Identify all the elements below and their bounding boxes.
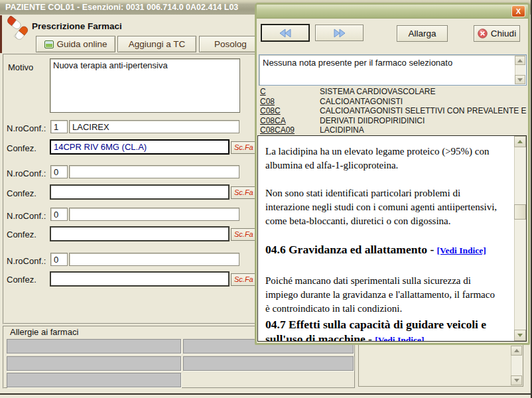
posologia-label: Posolog [214, 39, 247, 49]
confez-input-4[interactable] [50, 271, 230, 287]
atc-code-link[interactable]: C08CA [260, 116, 320, 126]
atc-desc: CALCIOANTAGONISTI SELETTIVI CON PREVALEN… [320, 106, 527, 115]
drug-info-dialog: X Allarga Chiudi Nessuna nota presente p… [255, 3, 530, 345]
content-scrollbar-track[interactable] [514, 136, 526, 341]
atc-code-link[interactable]: C08CA09 [260, 125, 320, 135]
confez-label-3: Confez. [7, 230, 36, 239]
nroconf-label-4: N.roConf.: [7, 256, 46, 266]
dialog-titlebar[interactable]: X [257, 5, 528, 19]
sc-farm-button-2[interactable]: Sc.Fa [231, 186, 256, 199]
drug-name-input-2[interactable] [69, 165, 239, 178]
nroconf-input-4[interactable] [50, 253, 68, 266]
chevron-up-icon [517, 140, 523, 143]
confez-label-1: Confez. [7, 143, 36, 153]
notes-panel [358, 344, 523, 387]
allarga-label: Allarga [408, 29, 436, 38]
chiudi-label: Chiudi [491, 29, 516, 38]
nroconf-label-1: N.roConf.: [7, 123, 46, 133]
dialog-close-x-button[interactable]: X [511, 5, 525, 17]
posologia-button[interactable]: Posolog [199, 36, 263, 52]
page-title: Prescrizione Farmaci [32, 21, 122, 31]
allergy-row[interactable] [7, 356, 181, 371]
scroll-down-button[interactable] [511, 375, 522, 385]
nav-forward-button[interactable] [315, 25, 364, 41]
nroconf-input-1[interactable] [50, 120, 68, 133]
window-edge-decoration [0, 15, 2, 53]
close-x-icon: X [516, 7, 521, 15]
atc-code-link[interactable]: C [260, 87, 320, 97]
content-scroll-down-button[interactable] [514, 330, 526, 341]
confez-input-1[interactable] [50, 139, 230, 155]
atc-desc: SISTEMA CARDIOVASCOLARE [320, 87, 436, 96]
vedi-indice-link[interactable]: [Vedi Indice] [437, 245, 486, 255]
monograph-text: La lacidipina ha un elevato legame prote… [265, 145, 501, 342]
aggiungi-tc-label: Aggiungi a TC [129, 39, 185, 49]
atc-row[interactable]: C08CALCIOANTAGONISTI [260, 97, 527, 107]
sc-farm-button-3[interactable]: Sc.Fa [231, 228, 256, 241]
drug-name-input-4[interactable] [69, 253, 239, 266]
nroconf-input-2[interactable] [50, 165, 68, 178]
window-bottom-edge [0, 393, 532, 395]
nroconf-label-3: N.roConf.: [7, 211, 46, 221]
atc-row[interactable]: C08CCALCIOANTAGONISTI SELETTIVI CON PREV… [260, 106, 527, 116]
sc-farm-button-1[interactable]: Sc.Fa [231, 141, 256, 154]
chiudi-button[interactable]: Chiudi [474, 25, 520, 42]
note-scroll-up-button[interactable] [515, 56, 525, 65]
chevron-down-icon [514, 379, 519, 382]
content-scroll-up-button[interactable] [514, 136, 526, 147]
confez-input-2[interactable] [50, 184, 230, 200]
nroconf-input-3[interactable] [50, 208, 68, 221]
chevron-up-icon [514, 349, 519, 352]
scroll-up-button[interactable] [511, 346, 522, 356]
section-heading: 04.6 Gravidanza ed allattamento - [Vedi … [265, 242, 501, 258]
monograph-content-box: La lacidipina ha un elevato legame prote… [257, 135, 527, 342]
allergy-row[interactable] [7, 339, 181, 354]
guida-online-label: Guida online [57, 39, 107, 49]
confez-input-3[interactable] [50, 226, 230, 241]
drug-name-input-3[interactable] [69, 208, 239, 221]
chevron-down-icon [517, 78, 523, 82]
chevron-up-icon [517, 59, 523, 62]
atc-row[interactable]: C08CA09LACIDIPINA [260, 125, 527, 135]
main-window-title: PAZIENTE COL01 - Esenzioni: 0031 006.714… [5, 3, 238, 12]
nav-back-button[interactable] [261, 24, 310, 42]
motivo-label: Motivo [8, 62, 33, 72]
allarga-button[interactable]: Allarga [397, 25, 448, 42]
sc-farm-button-4[interactable]: Sc.Fa [231, 273, 256, 286]
pills-icon [5, 16, 31, 41]
confez-label-4: Confez. [7, 275, 36, 285]
atc-desc: CALCIOANTAGONISTI [320, 97, 403, 106]
aggiungi-tc-button[interactable]: Aggiungi a TC [117, 36, 196, 52]
atc-desc: DERIVATI DIIDROPIRIDINICI [320, 116, 425, 125]
note-text: Nessuna nota presente per il farmaco sel… [259, 55, 526, 68]
paragraph: Poiché mancano dati sperimentali sulla s… [265, 274, 501, 316]
note-box: Nessuna nota presente per il farmaco sel… [259, 54, 527, 86]
section-heading: 04.7 Effetti sulla capacità di guidare v… [265, 317, 501, 342]
atc-row[interactable]: C08CADERIVATI DIIDROPIRIDINICI [260, 116, 527, 126]
drug-name-input-1[interactable] [69, 120, 239, 133]
nroconf-label-2: N.roConf.: [7, 168, 46, 178]
chevron-down-icon [517, 334, 523, 337]
vedi-indice-link[interactable]: [Vedi Indice] [375, 335, 424, 342]
atc-row[interactable]: CSISTEMA CARDIOVASCOLARE [260, 87, 527, 97]
allergy-row[interactable] [183, 356, 354, 371]
atc-code-link[interactable]: C08C [260, 106, 320, 116]
guida-online-button[interactable]: Guida online [36, 36, 115, 52]
scrollbar-track[interactable] [511, 356, 522, 375]
red-close-circle-icon [478, 29, 488, 38]
atc-code-link[interactable]: C08 [260, 97, 320, 107]
allergy-row[interactable] [7, 373, 181, 387]
confez-label-2: Confez. [7, 188, 36, 198]
double-arrow-left-icon [279, 29, 292, 38]
paragraph: Non sono stati identificati particolari … [265, 186, 501, 228]
guida-online-icon [44, 40, 54, 48]
motivo-textarea[interactable]: Nuova terapia anti-ipertensiva [50, 58, 240, 113]
note-scrollbar-track[interactable] [515, 65, 525, 75]
content-scrollbar-thumb[interactable] [514, 204, 526, 220]
allergies-label: Allergie ai farmaci [8, 327, 80, 337]
double-arrow-right-icon [333, 29, 346, 38]
atc-classification-list: CSISTEMA CARDIOVASCOLARE C08CALCIOANTAGO… [260, 87, 527, 135]
paragraph: La lacidipina ha un elevato legame prote… [265, 145, 501, 172]
atc-desc: LACIDIPINA [320, 125, 364, 135]
note-scroll-down-button[interactable] [515, 75, 525, 84]
